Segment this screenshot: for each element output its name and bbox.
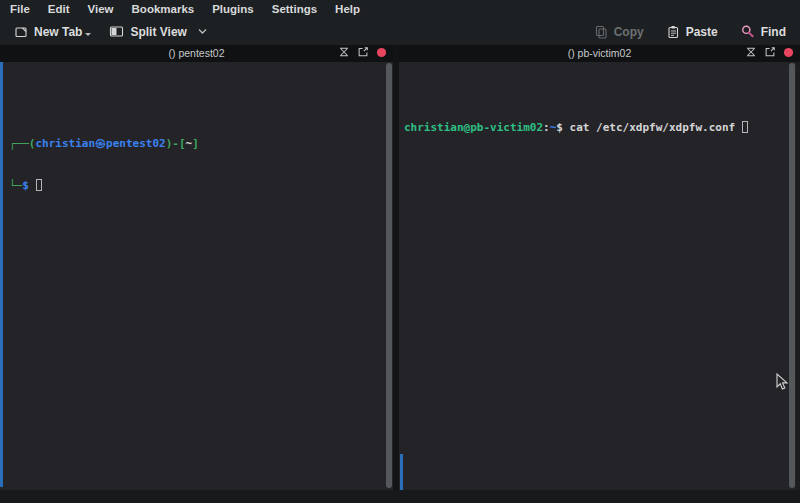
menu-bar: File Edit View Bookmarks Plugins Setting… [0, 0, 800, 18]
copy-icon [594, 25, 608, 39]
right-terminal-cursor [742, 121, 748, 133]
new-tab-dropdown-caret-icon [85, 33, 91, 36]
new-tab-button[interactable]: New Tab [8, 22, 97, 42]
prompt-frame-open: ┌──( [9, 137, 36, 150]
maximize-terminal-icon [338, 46, 350, 61]
left-close-terminal-button[interactable] [376, 46, 387, 61]
menu-bookmarks[interactable]: Bookmarks [123, 0, 204, 18]
menu-settings[interactable]: Settings [263, 0, 326, 18]
right-detach-tab-button[interactable] [764, 46, 776, 61]
prompt-frame-bottom: └─ [9, 179, 22, 192]
menu-file[interactable]: File [1, 0, 39, 18]
menu-plugins[interactable]: Plugins [203, 0, 263, 18]
new-lines-highlight-marker [400, 454, 403, 490]
left-pane-scrollbar[interactable] [386, 63, 392, 488]
terminal-pane-right: () pb-victim02 [399, 45, 800, 490]
left-pane-header: () pentest02 [0, 45, 393, 62]
toolbar-left-group: New Tab Split View [8, 22, 213, 42]
terminal-right[interactable]: christian@pb-victim02:~$ cat /etc/xdpfw/… [399, 62, 800, 490]
right-maximize-terminal-button[interactable] [745, 46, 757, 61]
prompt-dollar: $ [556, 121, 569, 134]
prompt-dollar: $ [22, 179, 29, 192]
paste-button[interactable]: Paste [660, 22, 724, 42]
close-icon [783, 46, 794, 61]
split-view-icon [109, 25, 124, 38]
paste-label: Paste [686, 25, 718, 39]
bash-prompt-line: christian@pb-victim02:~$ cat /etc/xdpfw/… [404, 121, 800, 135]
find-magnifier-icon [740, 24, 755, 39]
menu-help[interactable]: Help [326, 0, 369, 18]
left-pane-title: () pentest02 [0, 45, 393, 62]
find-button[interactable]: Find [734, 21, 792, 42]
right-pane-header: () pb-victim02 [399, 45, 800, 62]
left-detach-tab-button[interactable] [357, 46, 369, 61]
left-terminal-output: ┌──(christian㉿pentest02)-[~] └─$ [0, 104, 393, 221]
right-pane-title: () pb-victim02 [399, 45, 800, 62]
detach-tab-icon [357, 46, 369, 61]
left-maximize-terminal-button[interactable] [338, 46, 350, 61]
close-icon [376, 46, 387, 61]
maximize-terminal-icon [745, 46, 757, 61]
window-bottom-strip [0, 490, 800, 503]
right-pane-scrollbar[interactable] [789, 63, 795, 488]
split-view-chevron-down-icon [198, 28, 207, 35]
split-view-label: Split View [130, 25, 186, 39]
new-tab-icon [14, 25, 28, 39]
prompt-user-host: christian@pb-victim02 [404, 121, 543, 134]
menu-view[interactable]: View [79, 0, 123, 18]
prompt-user: christian [36, 137, 96, 150]
split-view-container: () pentest02 [0, 45, 800, 490]
left-terminal-cursor [36, 179, 42, 191]
copy-button[interactable]: Copy [588, 22, 650, 42]
terminal-left[interactable]: ┌──(christian㉿pentest02)-[~] └─$ [0, 62, 393, 490]
copy-label: Copy [614, 25, 644, 39]
menu-edit[interactable]: Edit [39, 0, 79, 18]
prompt-at-symbol: ㉿ [95, 137, 106, 150]
prompt-frame-mid: )-[ [166, 137, 186, 150]
prompt-colon: : [543, 121, 550, 134]
kali-prompt-line-1: ┌──(christian㉿pentest02)-[~] [9, 137, 393, 151]
find-label: Find [761, 25, 786, 39]
prompt-frame-close: ] [192, 137, 199, 150]
left-pane-focus-line [0, 62, 3, 487]
toolbar: New Tab Split View [0, 18, 800, 45]
paste-icon [666, 25, 680, 39]
right-terminal-output: christian@pb-victim02:~$ cat /etc/xdpfw/… [399, 90, 800, 163]
toolbar-right-group: Copy Paste Find [588, 21, 792, 42]
prompt-host: pentest02 [106, 137, 166, 150]
right-edge-strip [796, 62, 800, 490]
typed-command: cat /etc/xdpfw/xdpfw.conf [570, 121, 736, 134]
new-tab-label: New Tab [34, 25, 82, 39]
detach-tab-icon [764, 46, 776, 61]
terminal-pane-left: () pentest02 [0, 45, 393, 490]
kali-prompt-line-2: └─$ [9, 179, 393, 193]
right-close-terminal-button[interactable] [783, 46, 794, 61]
split-view-button[interactable]: Split View [103, 22, 212, 42]
